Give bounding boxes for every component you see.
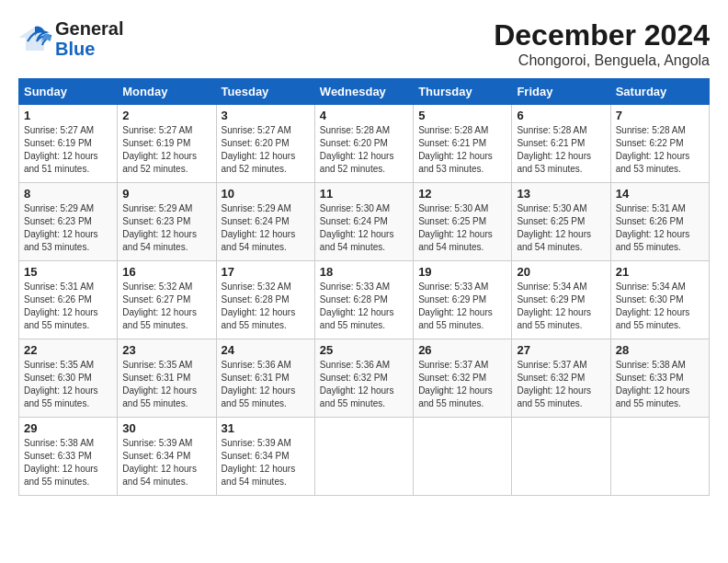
day-number: 18 [320,265,408,279]
col-sunday: Sunday [19,79,118,105]
calendar-cell: 22Sunrise: 5:35 AM Sunset: 6:30 PM Dayli… [19,339,118,418]
calendar-week-row: 8Sunrise: 5:29 AM Sunset: 6:23 PM Daylig… [19,183,710,261]
day-number: 12 [418,187,506,201]
calendar-cell: 24Sunrise: 5:36 AM Sunset: 6:31 PM Dayli… [216,339,314,418]
cell-info: Sunrise: 5:29 AM Sunset: 6:23 PM Dayligh… [24,202,112,254]
cell-info: Sunrise: 5:33 AM Sunset: 6:28 PM Dayligh… [320,281,408,332]
day-number: 29 [24,421,112,435]
calendar-cell: 7Sunrise: 5:28 AM Sunset: 6:22 PM Daylig… [610,105,709,183]
cell-info: Sunrise: 5:38 AM Sunset: 6:33 PM Dayligh… [24,437,112,488]
calendar-cell: 14Sunrise: 5:31 AM Sunset: 6:26 PM Dayli… [610,183,709,261]
cell-info: Sunrise: 5:33 AM Sunset: 6:29 PM Dayligh… [418,281,506,332]
calendar-cell: 19Sunrise: 5:33 AM Sunset: 6:29 PM Dayli… [414,261,512,339]
calendar-cell [414,418,512,496]
cell-info: Sunrise: 5:27 AM Sunset: 6:19 PM Dayligh… [122,124,210,176]
calendar-cell: 3Sunrise: 5:27 AM Sunset: 6:20 PM Daylig… [216,105,314,183]
day-number: 22 [24,343,112,357]
day-number: 21 [616,265,704,279]
calendar-cell: 20Sunrise: 5:34 AM Sunset: 6:29 PM Dayli… [512,261,610,339]
cell-info: Sunrise: 5:28 AM Sunset: 6:21 PM Dayligh… [418,124,506,176]
day-number: 15 [24,265,112,279]
calendar-cell: 10Sunrise: 5:29 AM Sunset: 6:24 PM Dayli… [216,183,314,261]
calendar-week-row: 15Sunrise: 5:31 AM Sunset: 6:26 PM Dayli… [19,261,710,339]
day-number: 9 [122,187,210,201]
day-number: 3 [222,109,310,122]
logo-text: GeneralBlue [55,18,123,59]
calendar-cell: 9Sunrise: 5:29 AM Sunset: 6:23 PM Daylig… [118,183,216,261]
cell-info: Sunrise: 5:27 AM Sunset: 6:19 PM Dayligh… [24,124,112,176]
calendar-week-row: 29Sunrise: 5:38 AM Sunset: 6:33 PM Dayli… [19,418,710,496]
col-tuesday: Tuesday [216,79,314,105]
logo: GeneralBlue [18,18,123,59]
calendar-cell: 18Sunrise: 5:33 AM Sunset: 6:28 PM Dayli… [314,261,413,339]
col-friday: Friday [512,79,610,105]
calendar-cell: 16Sunrise: 5:32 AM Sunset: 6:27 PM Dayli… [118,261,216,339]
calendar-cell: 8Sunrise: 5:29 AM Sunset: 6:23 PM Daylig… [19,183,118,261]
cell-info: Sunrise: 5:39 AM Sunset: 6:34 PM Dayligh… [222,437,310,488]
calendar-cell [512,418,610,496]
cell-info: Sunrise: 5:31 AM Sunset: 6:26 PM Dayligh… [616,202,704,254]
calendar-cell: 21Sunrise: 5:34 AM Sunset: 6:30 PM Dayli… [610,261,709,339]
day-number: 19 [418,265,506,279]
cell-info: Sunrise: 5:30 AM Sunset: 6:25 PM Dayligh… [517,202,605,254]
day-number: 5 [418,109,506,122]
cell-info: Sunrise: 5:30 AM Sunset: 6:24 PM Dayligh… [320,202,408,254]
day-number: 2 [122,109,210,122]
day-number: 20 [517,265,605,279]
page-header: GeneralBlue December 2024 Chongoroi, Ben… [18,18,710,69]
day-number: 4 [320,109,408,122]
day-number: 16 [122,265,210,279]
day-number: 8 [24,187,112,201]
day-number: 27 [517,343,605,357]
col-wednesday: Wednesday [314,79,413,105]
cell-info: Sunrise: 5:29 AM Sunset: 6:24 PM Dayligh… [222,202,310,254]
calendar-cell: 12Sunrise: 5:30 AM Sunset: 6:25 PM Dayli… [414,183,512,261]
calendar-cell: 2Sunrise: 5:27 AM Sunset: 6:19 PM Daylig… [118,105,216,183]
day-number: 28 [616,343,704,357]
calendar-cell: 6Sunrise: 5:28 AM Sunset: 6:21 PM Daylig… [512,105,610,183]
calendar-cell: 31Sunrise: 5:39 AM Sunset: 6:34 PM Dayli… [216,418,314,496]
cell-info: Sunrise: 5:37 AM Sunset: 6:32 PM Dayligh… [517,359,605,410]
calendar-cell: 5Sunrise: 5:28 AM Sunset: 6:21 PM Daylig… [414,105,512,183]
calendar-cell: 26Sunrise: 5:37 AM Sunset: 6:32 PM Dayli… [414,339,512,418]
calendar-cell: 23Sunrise: 5:35 AM Sunset: 6:31 PM Dayli… [118,339,216,418]
day-number: 25 [320,343,408,357]
cell-info: Sunrise: 5:36 AM Sunset: 6:31 PM Dayligh… [222,359,310,410]
month-title: December 2024 [494,18,710,52]
cell-info: Sunrise: 5:30 AM Sunset: 6:25 PM Dayligh… [418,202,506,254]
cell-info: Sunrise: 5:35 AM Sunset: 6:30 PM Dayligh… [24,359,112,410]
calendar-cell: 30Sunrise: 5:39 AM Sunset: 6:34 PM Dayli… [118,418,216,496]
calendar-week-row: 22Sunrise: 5:35 AM Sunset: 6:30 PM Dayli… [19,339,710,418]
calendar-cell: 17Sunrise: 5:32 AM Sunset: 6:28 PM Dayli… [216,261,314,339]
day-number: 23 [122,343,210,357]
day-number: 24 [222,343,310,357]
day-number: 17 [222,265,310,279]
logo-icon [18,25,51,52]
cell-info: Sunrise: 5:27 AM Sunset: 6:20 PM Dayligh… [222,124,310,176]
day-number: 1 [24,109,112,122]
calendar-cell: 29Sunrise: 5:38 AM Sunset: 6:33 PM Dayli… [19,418,118,496]
col-thursday: Thursday [414,79,512,105]
calendar-cell: 15Sunrise: 5:31 AM Sunset: 6:26 PM Dayli… [19,261,118,339]
calendar-cell: 13Sunrise: 5:30 AM Sunset: 6:25 PM Dayli… [512,183,610,261]
calendar-week-row: 1Sunrise: 5:27 AM Sunset: 6:19 PM Daylig… [19,105,710,183]
cell-info: Sunrise: 5:38 AM Sunset: 6:33 PM Dayligh… [616,359,704,410]
cell-info: Sunrise: 5:39 AM Sunset: 6:34 PM Dayligh… [122,437,210,488]
day-number: 6 [517,109,605,122]
cell-info: Sunrise: 5:31 AM Sunset: 6:26 PM Dayligh… [24,281,112,332]
location-title: Chongoroi, Benguela, Angola [494,52,710,69]
cell-info: Sunrise: 5:29 AM Sunset: 6:23 PM Dayligh… [122,202,210,254]
cell-info: Sunrise: 5:34 AM Sunset: 6:29 PM Dayligh… [517,281,605,332]
day-number: 14 [616,187,704,201]
cell-info: Sunrise: 5:32 AM Sunset: 6:27 PM Dayligh… [122,281,210,332]
cell-info: Sunrise: 5:37 AM Sunset: 6:32 PM Dayligh… [418,359,506,410]
calendar-cell: 1Sunrise: 5:27 AM Sunset: 6:19 PM Daylig… [19,105,118,183]
day-number: 26 [418,343,506,357]
cell-info: Sunrise: 5:28 AM Sunset: 6:20 PM Dayligh… [320,124,408,176]
cell-info: Sunrise: 5:35 AM Sunset: 6:31 PM Dayligh… [122,359,210,410]
day-number: 30 [122,421,210,435]
cell-info: Sunrise: 5:28 AM Sunset: 6:21 PM Dayligh… [517,124,605,176]
calendar-cell: 4Sunrise: 5:28 AM Sunset: 6:20 PM Daylig… [314,105,413,183]
calendar-cell: 27Sunrise: 5:37 AM Sunset: 6:32 PM Dayli… [512,339,610,418]
cell-info: Sunrise: 5:36 AM Sunset: 6:32 PM Dayligh… [320,359,408,410]
